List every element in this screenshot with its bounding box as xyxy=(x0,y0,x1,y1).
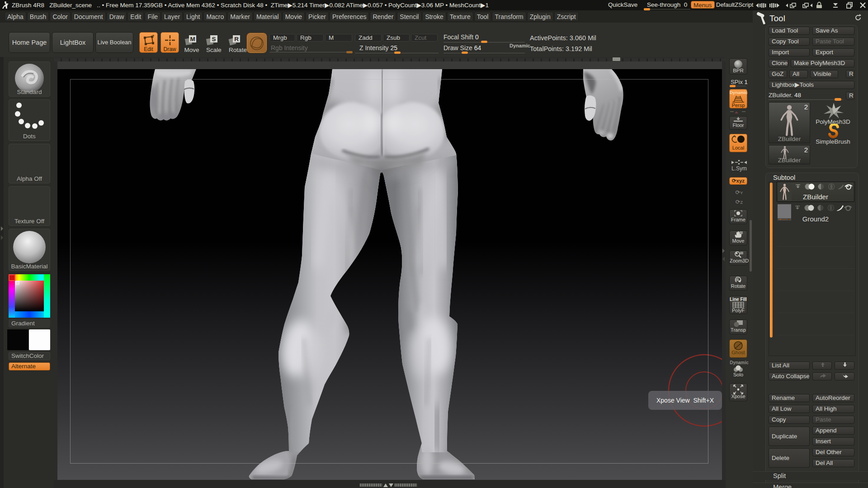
svg-text:Scale: Scale xyxy=(206,47,222,53)
svg-text:S: S xyxy=(212,36,216,42)
svg-text:Rotate: Rotate xyxy=(229,47,247,53)
svg-text:Move: Move xyxy=(184,47,199,53)
svg-text:R: R xyxy=(234,36,239,42)
svg-text:M: M xyxy=(190,36,195,42)
